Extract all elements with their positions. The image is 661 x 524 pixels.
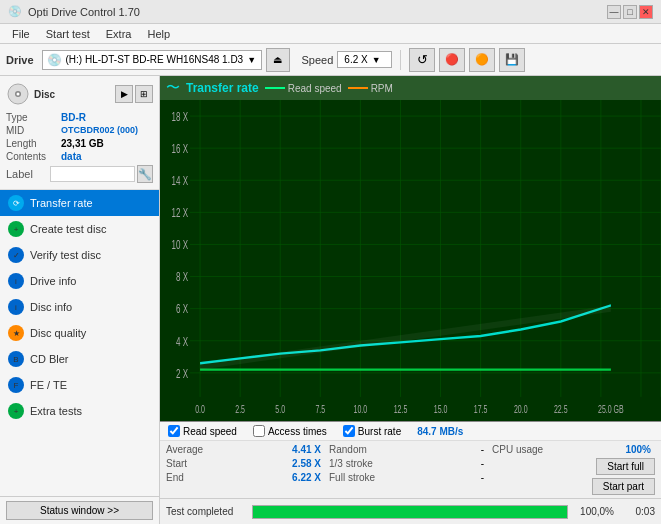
svg-text:18 X: 18 X — [172, 109, 188, 123]
close-button[interactable]: ✕ — [639, 5, 653, 19]
checkbox-burst-rate[interactable]: Burst rate — [343, 425, 401, 437]
svg-text:12 X: 12 X — [172, 205, 188, 219]
nav-label-extra-tests: Extra tests — [30, 405, 82, 417]
speed-select[interactable]: 6.2 X ▼ — [337, 51, 392, 68]
disc-type-value: BD-R — [61, 112, 86, 123]
menu-start-test[interactable]: Start test — [38, 26, 98, 42]
stat-onethird-row: 1/3 stroke - — [329, 457, 492, 470]
nav-cd-bler[interactable]: B CD Bler — [0, 346, 159, 372]
nav-extra-tests[interactable]: + Extra tests — [0, 398, 159, 424]
speed-value: 6.2 X — [344, 54, 367, 65]
disc-section-title: Disc — [34, 89, 55, 100]
nav-label-cd-bler: CD Bler — [30, 353, 69, 365]
stat-cpu-row: CPU usage 100% — [492, 443, 655, 456]
refresh-button[interactable]: ↺ — [409, 48, 435, 72]
status-window-button[interactable]: Status window >> — [6, 501, 153, 520]
disc-mid-row: MID OTCBDR002 (000) — [6, 125, 153, 136]
nav-label-disc-info: Disc info — [30, 301, 72, 313]
chart-wave-icon: 〜 — [166, 79, 180, 97]
maximize-button[interactable]: □ — [623, 5, 637, 19]
nav-label-disc-quality: Disc quality — [30, 327, 86, 339]
stat-fullstroke-row: Full stroke - — [329, 471, 492, 484]
eject-button[interactable]: ⏏ — [266, 48, 290, 72]
title-bar: 💿 Opti Drive Control 1.70 — □ ✕ — [0, 0, 661, 24]
minimize-button[interactable]: — — [607, 5, 621, 19]
checkbox-read-speed[interactable]: Read speed — [168, 425, 237, 437]
nav-label-create-test-disc: Create test disc — [30, 223, 106, 235]
stat-fullstroke-label: Full stroke — [329, 472, 375, 483]
status-section: Status window >> — [0, 496, 159, 524]
disc-label-input[interactable] — [50, 166, 135, 182]
burn-button[interactable]: 🟠 — [469, 48, 495, 72]
app-icon: 💿 — [8, 5, 22, 18]
stat-end-value: 6.22 X — [292, 472, 321, 483]
content-area: 〜 Transfer rate Read speed RPM — [160, 76, 661, 524]
drive-dropdown-arrow: ▼ — [247, 55, 256, 65]
svg-text:2.5: 2.5 — [235, 403, 245, 415]
nav-verify-test-disc[interactable]: ✓ Verify test disc — [0, 242, 159, 268]
svg-text:16 X: 16 X — [172, 141, 188, 155]
checkbox-burst-rate-input[interactable] — [343, 425, 355, 437]
nav-icon-transfer-rate: ⟳ — [8, 195, 24, 211]
nav-section: ⟳ Transfer rate + Create test disc ✓ Ver… — [0, 190, 159, 496]
disc-length-label: Length — [6, 138, 61, 149]
disc-label-edit-button[interactable]: 🔧 — [137, 165, 153, 183]
speed-dropdown-arrow: ▼ — [372, 55, 381, 65]
menu-file[interactable]: File — [4, 26, 38, 42]
checkbox-read-speed-input[interactable] — [168, 425, 180, 437]
svg-text:6 X: 6 X — [176, 301, 188, 315]
disc-label-label: Label — [6, 168, 48, 180]
disc-icon-btn2[interactable]: ⊞ — [135, 85, 153, 103]
title-bar-controls: — □ ✕ — [607, 5, 653, 19]
save-button[interactable]: 💾 — [499, 48, 525, 72]
chart-bottom-panel: Read speed Access times Burst rate 84.7 … — [160, 421, 661, 498]
stats-col2: Random - 1/3 stroke - Full stroke - — [329, 443, 492, 496]
checkbox-access-times-input[interactable] — [253, 425, 265, 437]
toolbar: Drive 💿 (H:) HL-DT-ST BD-RE WH16NS48 1.D… — [0, 44, 661, 76]
disc-info-panel: Disc ▶ ⊞ Type BD-R MID OTCBDR002 (000) L… — [0, 76, 159, 190]
nav-disc-quality[interactable]: ★ Disc quality — [0, 320, 159, 346]
chart-header: 〜 Transfer rate Read speed RPM — [160, 76, 661, 100]
drive-value: (H:) HL-DT-ST BD-RE WH16NS48 1.D3 — [66, 54, 244, 65]
chart-title: Transfer rate — [186, 81, 259, 95]
nav-label-transfer-rate: Transfer rate — [30, 197, 93, 209]
svg-text:25.0 GB: 25.0 GB — [598, 403, 624, 415]
nav-label-fe-te: FE / TE — [30, 379, 67, 391]
start-full-button[interactable]: Start full — [596, 458, 655, 475]
svg-text:12.5: 12.5 — [394, 403, 408, 415]
menu-help[interactable]: Help — [139, 26, 178, 42]
nav-disc-info[interactable]: i Disc info — [0, 294, 159, 320]
checkbox-access-times[interactable]: Access times — [253, 425, 327, 437]
svg-text:8 X: 8 X — [176, 269, 188, 283]
disc-icon — [6, 82, 30, 106]
title-bar-left: 💿 Opti Drive Control 1.70 — [8, 5, 140, 18]
drive-label: Drive — [6, 54, 34, 66]
svg-text:2 X: 2 X — [176, 366, 188, 380]
disc-length-row: Length 23,31 GB — [6, 138, 153, 149]
progress-bar-container — [252, 505, 568, 519]
disc-length-value: 23,31 GB — [61, 138, 104, 149]
stat-cpu-value: 100% — [625, 444, 651, 455]
nav-icon-drive-info: i — [8, 273, 24, 289]
disc-icon-btn1[interactable]: ▶ — [115, 85, 133, 103]
burst-rate-value: 84.7 MB/s — [417, 426, 463, 437]
disc-erase-button[interactable]: 🔴 — [439, 48, 465, 72]
nav-create-test-disc[interactable]: + Create test disc — [0, 216, 159, 242]
stat-end-row: End 6.22 X — [166, 471, 329, 484]
legend-read-speed: Read speed — [265, 83, 342, 94]
nav-fe-te[interactable]: F FE / TE — [0, 372, 159, 398]
menu-extra[interactable]: Extra — [98, 26, 140, 42]
disc-label-row: Label 🔧 — [6, 165, 153, 183]
nav-label-drive-info: Drive info — [30, 275, 76, 287]
disc-mid-value: OTCBDR002 (000) — [61, 125, 138, 136]
stat-end-label: End — [166, 472, 184, 483]
start-part-button[interactable]: Start part — [592, 478, 655, 495]
nav-drive-info[interactable]: i Drive info — [0, 268, 159, 294]
nav-transfer-rate[interactable]: ⟳ Transfer rate — [0, 190, 159, 216]
drive-select[interactable]: 💿 (H:) HL-DT-ST BD-RE WH16NS48 1.D3 ▼ — [42, 50, 262, 70]
chart-checkboxes-row: Read speed Access times Burst rate 84.7 … — [160, 422, 661, 441]
legend-rpm-color — [348, 87, 368, 89]
disc-contents-value[interactable]: data — [61, 151, 82, 162]
disc-contents-label: Contents — [6, 151, 61, 162]
svg-text:20.0: 20.0 — [514, 403, 528, 415]
